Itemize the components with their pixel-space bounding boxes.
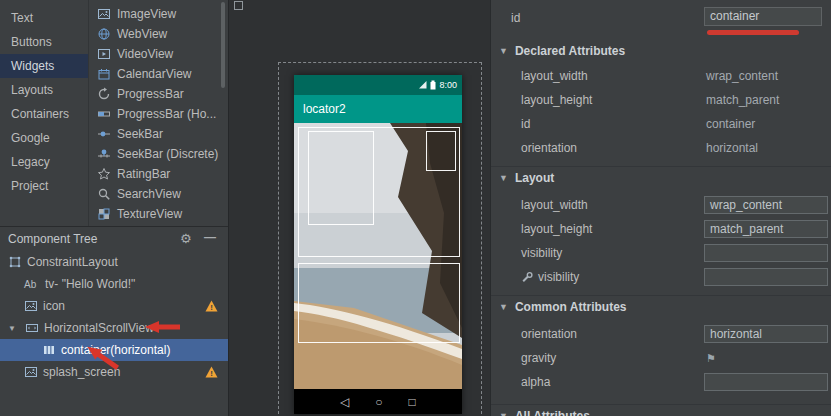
component-tree-header: Component Tree ⚙ — bbox=[0, 227, 228, 251]
recents-icon: □ bbox=[409, 395, 416, 409]
palette-widget-seekbar[interactable]: SeekBar bbox=[89, 124, 228, 144]
palette-widget-searchview[interactable]: SearchView bbox=[89, 184, 228, 204]
attribute-value[interactable]: horizontal bbox=[706, 141, 758, 155]
searchview-icon bbox=[97, 187, 111, 201]
signal-icon bbox=[419, 81, 427, 89]
chevron-down-icon[interactable]: ▼ bbox=[8, 324, 20, 333]
attribute-value[interactable]: wrap_content bbox=[706, 69, 778, 83]
palette-category-containers[interactable]: Containers bbox=[0, 102, 88, 126]
gravity-flag-icon[interactable]: ⚑ bbox=[706, 352, 716, 365]
imageview-icon bbox=[24, 365, 38, 379]
attribute-value[interactable]: container bbox=[706, 117, 755, 131]
textureview-icon bbox=[97, 207, 111, 221]
warning-icon[interactable]: ! bbox=[205, 366, 218, 378]
widget-label: VideoView bbox=[117, 47, 173, 61]
tools-visibility-combo[interactable] bbox=[704, 268, 828, 286]
palette-widget-calendarview[interactable]: CalendarView bbox=[89, 64, 228, 84]
palette-widget-imageview[interactable]: ImageView bbox=[89, 4, 228, 24]
widget-label: CalendarView bbox=[117, 67, 192, 81]
back-icon: ◁ bbox=[340, 395, 349, 409]
attribute-row: layout_width wrap_content bbox=[491, 193, 831, 217]
section-declared-attributes[interactable]: ▼ Declared Attributes bbox=[491, 40, 831, 62]
palette-widget-textureview[interactable]: TextureView bbox=[89, 204, 228, 224]
design-toolbar-icon[interactable] bbox=[234, 1, 243, 10]
view-bounds-child-2[interactable] bbox=[426, 131, 456, 171]
orientation-combo[interactable]: horizontal bbox=[704, 325, 828, 343]
palette-widget-progressbar-horizontal[interactable]: ProgressBar (Ho... bbox=[89, 104, 228, 124]
view-bounds-child-1[interactable] bbox=[308, 131, 374, 225]
device-preview[interactable]: 8:00 locator2 bbox=[294, 75, 462, 414]
id-input[interactable]: container bbox=[704, 7, 822, 26]
tree-item-icon[interactable]: icon ! bbox=[0, 295, 228, 317]
section-layout[interactable]: ▼ Layout bbox=[491, 166, 831, 189]
preview-content[interactable] bbox=[294, 123, 462, 389]
minimize-icon[interactable]: — bbox=[204, 230, 216, 244]
tree-item-horizontalscrollview[interactable]: ▼ HorizontalScrollView bbox=[0, 317, 228, 339]
section-title: Declared Attributes bbox=[515, 44, 625, 58]
status-bar: 8:00 bbox=[294, 75, 462, 95]
webview-icon bbox=[97, 27, 111, 41]
widget-list-scrollbar[interactable] bbox=[221, 2, 225, 88]
palette-category-layouts[interactable]: Layouts bbox=[0, 78, 88, 102]
attribute-row: layout_height match_parent bbox=[491, 88, 831, 112]
palette-widget-videoview[interactable]: VideoView bbox=[89, 44, 228, 64]
chevron-down-icon: ▼ bbox=[499, 302, 508, 312]
attribute-value[interactable]: match_parent bbox=[706, 93, 779, 107]
attribute-name: layout_width bbox=[521, 69, 588, 83]
visibility-combo[interactable] bbox=[704, 244, 828, 262]
view-bounds-splash[interactable] bbox=[298, 263, 460, 343]
home-icon: ○ bbox=[375, 395, 382, 409]
app-bar: locator2 bbox=[294, 95, 462, 123]
warning-icon[interactable]: ! bbox=[205, 300, 218, 312]
tree-item-label: container(horizontal) bbox=[61, 343, 170, 357]
imageview-icon bbox=[24, 299, 38, 313]
palette-category-widgets[interactable]: Widgets bbox=[0, 54, 88, 78]
seekbar-discrete-icon bbox=[97, 147, 111, 161]
tree-item-tv[interactable]: Ab tv- "Hello World!" bbox=[0, 273, 228, 295]
ratingbar-icon bbox=[97, 167, 111, 181]
palette-widget-progressbar[interactable]: ProgressBar bbox=[89, 84, 228, 104]
horizontalscrollview-icon bbox=[25, 321, 39, 335]
quick-attribute-row: id container bbox=[491, 0, 831, 34]
battery-icon bbox=[430, 80, 436, 90]
tree-item-constraintlayout[interactable]: ConstraintLayout bbox=[0, 251, 228, 273]
palette-category-google[interactable]: Google bbox=[0, 126, 88, 150]
section-common-attributes[interactable]: ▼ Common Attributes bbox=[491, 295, 831, 318]
design-surface[interactable]: 8:00 locator2 bbox=[228, 0, 490, 416]
section-all-attributes[interactable]: ▼ All Attributes bbox=[491, 404, 831, 416]
palette-widget-webview[interactable]: WebView bbox=[89, 24, 228, 44]
gear-icon[interactable]: ⚙ bbox=[180, 231, 192, 247]
component-tree-panel: Component Tree ⚙ — ConstraintLayout Ab t… bbox=[0, 226, 228, 416]
attribute-name: visibility bbox=[521, 246, 562, 260]
palette-category-project[interactable]: Project bbox=[0, 174, 88, 198]
widget-label: ProgressBar (Ho... bbox=[117, 107, 216, 121]
status-time: 8:00 bbox=[439, 80, 457, 90]
chevron-down-icon: ▼ bbox=[499, 46, 508, 56]
attribute-name: visibility bbox=[521, 270, 579, 284]
attributes-panel: id container ▼ Declared Attributes layou… bbox=[490, 0, 831, 416]
attribute-name: layout_width bbox=[521, 198, 588, 212]
widget-label: ProgressBar bbox=[117, 87, 184, 101]
widget-label: ImageView bbox=[117, 7, 176, 21]
attribute-name: orientation bbox=[521, 141, 577, 155]
android-studio-layout-editor: Text Buttons Widgets Layouts Containers … bbox=[0, 0, 831, 416]
alpha-input[interactable] bbox=[704, 373, 828, 391]
palette-category-text[interactable]: Text bbox=[0, 6, 88, 30]
progressbar-icon bbox=[97, 87, 111, 101]
palette-widget-seekbar-discrete[interactable]: SeekBar (Discrete) bbox=[89, 144, 228, 164]
linearlayout-horizontal-icon bbox=[42, 343, 56, 357]
attribute-name: gravity bbox=[521, 351, 556, 365]
palette-category-legacy[interactable]: Legacy bbox=[0, 150, 88, 174]
widget-label: TextureView bbox=[117, 207, 182, 221]
section-title: Layout bbox=[515, 171, 554, 185]
seekbar-icon bbox=[97, 127, 111, 141]
layout-height-combo[interactable]: match_parent bbox=[704, 220, 828, 238]
palette-widget-ratingbar[interactable]: RatingBar bbox=[89, 164, 228, 184]
palette-category-buttons[interactable]: Buttons bbox=[0, 30, 88, 54]
layout-width-combo[interactable]: wrap_content bbox=[704, 196, 828, 214]
palette-widget-list: ImageView WebView VideoView CalendarView… bbox=[88, 0, 228, 226]
tree-item-label: ConstraintLayout bbox=[27, 255, 118, 269]
chevron-down-icon: ▼ bbox=[499, 173, 508, 183]
attribute-row: visibility bbox=[491, 265, 831, 289]
svg-text:!: ! bbox=[210, 369, 213, 378]
